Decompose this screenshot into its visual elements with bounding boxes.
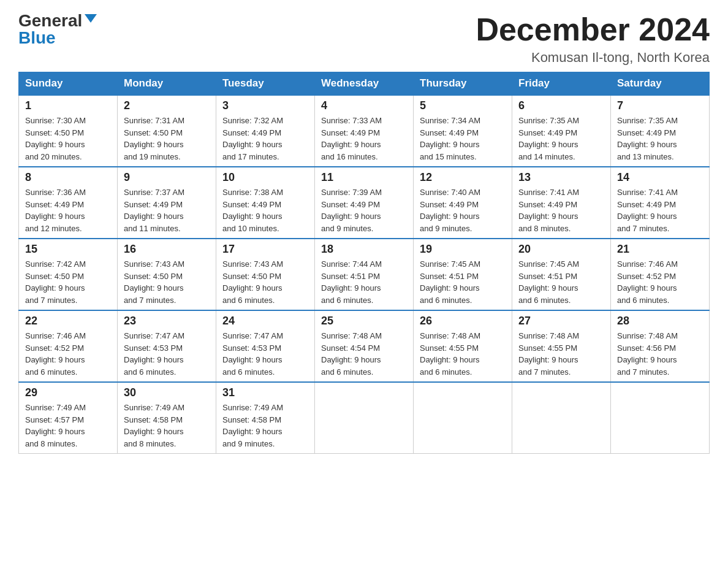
calendar-cell: 28 Sunrise: 7:48 AM Sunset: 4:56 PM Dayl… <box>611 310 710 382</box>
calendar-cell: 26 Sunrise: 7:48 AM Sunset: 4:55 PM Dayl… <box>414 310 512 382</box>
day-info: Sunrise: 7:36 AM Sunset: 4:49 PM Dayligh… <box>25 186 111 234</box>
day-number: 25 <box>321 315 407 327</box>
day-number: 22 <box>25 315 111 327</box>
day-number: 11 <box>321 171 407 184</box>
calendar-cell: 24 Sunrise: 7:47 AM Sunset: 4:53 PM Dayl… <box>216 310 315 382</box>
header-tuesday: Tuesday <box>216 72 315 96</box>
day-number: 2 <box>124 99 210 112</box>
day-number: 24 <box>222 315 308 327</box>
day-number: 19 <box>420 243 506 256</box>
header-friday: Friday <box>512 72 611 96</box>
day-info: Sunrise: 7:39 AM Sunset: 4:49 PM Dayligh… <box>321 186 407 234</box>
calendar-cell: 3 Sunrise: 7:32 AM Sunset: 4:49 PM Dayli… <box>216 95 315 167</box>
calendar-week-row: 15 Sunrise: 7:42 AM Sunset: 4:50 PM Dayl… <box>19 239 710 310</box>
day-number: 8 <box>25 171 111 184</box>
day-number: 15 <box>25 243 111 256</box>
calendar-cell: 31 Sunrise: 7:49 AM Sunset: 4:58 PM Dayl… <box>216 382 315 454</box>
calendar-cell: 27 Sunrise: 7:48 AM Sunset: 4:55 PM Dayl… <box>512 310 611 382</box>
day-info: Sunrise: 7:45 AM Sunset: 4:51 PM Dayligh… <box>518 258 604 306</box>
calendar-subtitle: Komusan Il-tong, North Korea <box>476 50 710 66</box>
day-number: 9 <box>124 171 210 184</box>
day-info: Sunrise: 7:48 AM Sunset: 4:54 PM Dayligh… <box>321 330 407 378</box>
page-header: General Blue December 2024 Komusan Il-to… <box>18 12 710 66</box>
day-info: Sunrise: 7:40 AM Sunset: 4:49 PM Dayligh… <box>420 186 506 234</box>
day-number: 4 <box>321 99 407 112</box>
calendar-cell: 25 Sunrise: 7:48 AM Sunset: 4:54 PM Dayl… <box>315 310 414 382</box>
calendar-cell: 30 Sunrise: 7:49 AM Sunset: 4:58 PM Dayl… <box>118 382 216 454</box>
day-info: Sunrise: 7:46 AM Sunset: 4:52 PM Dayligh… <box>617 258 703 306</box>
calendar-week-row: 8 Sunrise: 7:36 AM Sunset: 4:49 PM Dayli… <box>19 167 710 239</box>
day-header-row: Sunday Monday Tuesday Wednesday Thursday… <box>19 72 710 96</box>
header-wednesday: Wednesday <box>315 72 414 96</box>
logo-general: General <box>18 12 82 29</box>
day-info: Sunrise: 7:48 AM Sunset: 4:55 PM Dayligh… <box>518 330 604 378</box>
day-info: Sunrise: 7:44 AM Sunset: 4:51 PM Dayligh… <box>321 258 407 306</box>
header-thursday: Thursday <box>414 72 512 96</box>
calendar-cell: 1 Sunrise: 7:30 AM Sunset: 4:50 PM Dayli… <box>19 95 118 167</box>
calendar-title: December 2024 <box>476 12 710 47</box>
header-saturday: Saturday <box>611 72 710 96</box>
day-info: Sunrise: 7:49 AM Sunset: 4:58 PM Dayligh… <box>124 402 210 450</box>
calendar-table: Sunday Monday Tuesday Wednesday Thursday… <box>18 72 710 454</box>
day-info: Sunrise: 7:46 AM Sunset: 4:52 PM Dayligh… <box>25 330 111 378</box>
calendar-cell: 2 Sunrise: 7:31 AM Sunset: 4:50 PM Dayli… <box>118 95 216 167</box>
calendar-cell: 19 Sunrise: 7:45 AM Sunset: 4:51 PM Dayl… <box>414 239 512 310</box>
day-number: 16 <box>124 243 210 256</box>
logo-blue: Blue <box>18 29 56 47</box>
calendar-cell: 4 Sunrise: 7:33 AM Sunset: 4:49 PM Dayli… <box>315 95 414 167</box>
calendar-cell: 7 Sunrise: 7:35 AM Sunset: 4:49 PM Dayli… <box>611 95 710 167</box>
day-info: Sunrise: 7:42 AM Sunset: 4:50 PM Dayligh… <box>25 258 111 306</box>
calendar-cell: 14 Sunrise: 7:41 AM Sunset: 4:49 PM Dayl… <box>611 167 710 239</box>
day-info: Sunrise: 7:33 AM Sunset: 4:49 PM Dayligh… <box>321 115 407 163</box>
day-info: Sunrise: 7:35 AM Sunset: 4:49 PM Dayligh… <box>617 115 703 163</box>
day-number: 31 <box>222 386 308 399</box>
day-info: Sunrise: 7:48 AM Sunset: 4:56 PM Dayligh… <box>617 330 703 378</box>
day-number: 3 <box>222 99 308 112</box>
calendar-cell <box>611 382 710 454</box>
calendar-cell: 6 Sunrise: 7:35 AM Sunset: 4:49 PM Dayli… <box>512 95 611 167</box>
header-monday: Monday <box>118 72 216 96</box>
day-number: 17 <box>222 243 308 256</box>
day-number: 18 <box>321 243 407 256</box>
day-number: 12 <box>420 171 506 184</box>
day-info: Sunrise: 7:47 AM Sunset: 4:53 PM Dayligh… <box>222 330 308 378</box>
title-section: December 2024 Komusan Il-tong, North Kor… <box>476 12 710 66</box>
day-info: Sunrise: 7:47 AM Sunset: 4:53 PM Dayligh… <box>124 330 210 378</box>
calendar-cell: 18 Sunrise: 7:44 AM Sunset: 4:51 PM Dayl… <box>315 239 414 310</box>
calendar-cell: 23 Sunrise: 7:47 AM Sunset: 4:53 PM Dayl… <box>118 310 216 382</box>
day-info: Sunrise: 7:38 AM Sunset: 4:49 PM Dayligh… <box>222 186 308 234</box>
logo-triangle-icon <box>85 14 97 23</box>
calendar-cell <box>315 382 414 454</box>
day-number: 28 <box>617 315 703 327</box>
day-info: Sunrise: 7:49 AM Sunset: 4:57 PM Dayligh… <box>25 402 111 450</box>
day-number: 27 <box>518 315 604 327</box>
calendar-cell <box>512 382 611 454</box>
day-info: Sunrise: 7:45 AM Sunset: 4:51 PM Dayligh… <box>420 258 506 306</box>
day-info: Sunrise: 7:37 AM Sunset: 4:49 PM Dayligh… <box>124 186 210 234</box>
calendar-cell: 13 Sunrise: 7:41 AM Sunset: 4:49 PM Dayl… <box>512 167 611 239</box>
day-number: 21 <box>617 243 703 256</box>
day-number: 29 <box>25 386 111 399</box>
day-number: 7 <box>617 99 703 112</box>
day-info: Sunrise: 7:41 AM Sunset: 4:49 PM Dayligh… <box>518 186 604 234</box>
calendar-week-row: 22 Sunrise: 7:46 AM Sunset: 4:52 PM Dayl… <box>19 310 710 382</box>
calendar-cell: 11 Sunrise: 7:39 AM Sunset: 4:49 PM Dayl… <box>315 167 414 239</box>
day-info: Sunrise: 7:43 AM Sunset: 4:50 PM Dayligh… <box>124 258 210 306</box>
header-sunday: Sunday <box>19 72 118 96</box>
day-info: Sunrise: 7:30 AM Sunset: 4:50 PM Dayligh… <box>25 115 111 163</box>
day-info: Sunrise: 7:43 AM Sunset: 4:50 PM Dayligh… <box>222 258 308 306</box>
calendar-cell: 12 Sunrise: 7:40 AM Sunset: 4:49 PM Dayl… <box>414 167 512 239</box>
calendar-cell: 5 Sunrise: 7:34 AM Sunset: 4:49 PM Dayli… <box>414 95 512 167</box>
calendar-cell: 17 Sunrise: 7:43 AM Sunset: 4:50 PM Dayl… <box>216 239 315 310</box>
calendar-cell: 16 Sunrise: 7:43 AM Sunset: 4:50 PM Dayl… <box>118 239 216 310</box>
day-number: 1 <box>25 99 111 112</box>
day-info: Sunrise: 7:49 AM Sunset: 4:58 PM Dayligh… <box>222 402 308 450</box>
calendar-cell: 29 Sunrise: 7:49 AM Sunset: 4:57 PM Dayl… <box>19 382 118 454</box>
day-number: 13 <box>518 171 604 184</box>
day-info: Sunrise: 7:32 AM Sunset: 4:49 PM Dayligh… <box>222 115 308 163</box>
day-info: Sunrise: 7:35 AM Sunset: 4:49 PM Dayligh… <box>518 115 604 163</box>
calendar-cell: 20 Sunrise: 7:45 AM Sunset: 4:51 PM Dayl… <box>512 239 611 310</box>
calendar-cell: 22 Sunrise: 7:46 AM Sunset: 4:52 PM Dayl… <box>19 310 118 382</box>
calendar-cell <box>414 382 512 454</box>
calendar-cell: 10 Sunrise: 7:38 AM Sunset: 4:49 PM Dayl… <box>216 167 315 239</box>
